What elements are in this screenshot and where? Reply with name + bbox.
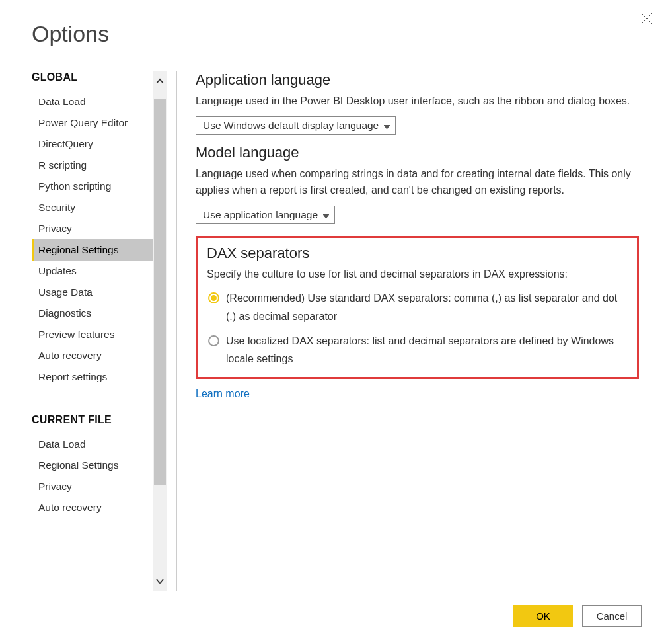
sidebar-item-auto-recovery[interactable]: Auto recovery: [32, 345, 153, 366]
chevron-down-icon: [155, 578, 165, 584]
caret-down-icon: [323, 209, 329, 221]
sidebar-item-preview-features[interactable]: Preview features: [32, 324, 153, 345]
sidebar-scrollbar[interactable]: [153, 71, 167, 591]
sidebar-item-report-settings[interactable]: Report settings: [32, 366, 153, 387]
dialog-footer: OK Cancel: [513, 605, 642, 627]
sidebar-item-directquery[interactable]: DirectQuery: [32, 134, 153, 155]
dax-separators-highlight: DAX separators Specify the culture to us…: [196, 236, 639, 379]
radio-icon: [208, 335, 219, 346]
sidebar-item-python-scripting[interactable]: Python scripting: [32, 176, 153, 197]
sidebar-item-security[interactable]: Security: [32, 197, 153, 218]
app-language-dropdown[interactable]: Use Windows default display language: [196, 116, 396, 135]
svg-marker-3: [323, 214, 329, 218]
dax-radio-recommended-label: (Recommended) Use standard DAX separator…: [226, 289, 628, 325]
close-button[interactable]: [639, 11, 655, 26]
sidebar-header-global: GLOBAL: [32, 71, 153, 83]
cancel-button[interactable]: Cancel: [582, 605, 642, 627]
sidebar-item-cf-auto-recovery[interactable]: Auto recovery: [32, 497, 153, 518]
model-language-heading: Model language: [196, 144, 639, 161]
app-language-heading: Application language: [196, 71, 639, 89]
sidebar-item-power-query-editor[interactable]: Power Query Editor: [32, 112, 153, 134]
scroll-up-button[interactable]: [153, 71, 167, 91]
app-language-value: Use Windows default display language: [203, 120, 379, 132]
sidebar-item-updates[interactable]: Updates: [32, 261, 153, 282]
app-language-desc: Language used in the Power BI Desktop us…: [196, 93, 639, 110]
dax-separators-heading: DAX separators: [207, 245, 628, 262]
sidebar-item-diagnostics[interactable]: Diagnostics: [32, 303, 153, 324]
svg-marker-2: [384, 125, 390, 129]
model-language-desc: Language used when comparing strings in …: [196, 165, 639, 199]
sidebar-item-regional-settings[interactable]: Regional Settings: [32, 239, 153, 261]
scroll-thumb[interactable]: [154, 99, 166, 485]
sidebar-header-current-file: CURRENT FILE: [32, 414, 153, 426]
sidebar-item-data-load[interactable]: Data Load: [32, 91, 153, 112]
radio-icon: [208, 292, 219, 303]
close-icon: [641, 13, 653, 24]
dax-radio-recommended[interactable]: (Recommended) Use standard DAX separator…: [207, 289, 628, 325]
model-language-value: Use application language: [203, 209, 318, 221]
chevron-up-icon: [155, 78, 165, 85]
ok-button[interactable]: OK: [513, 605, 573, 627]
dax-radio-localized-label: Use localized DAX separators: list and d…: [226, 332, 628, 368]
scroll-down-button[interactable]: [153, 571, 167, 591]
main-panel: Application language Language used in th…: [177, 71, 642, 591]
learn-more-link[interactable]: Learn more: [196, 388, 250, 400]
sidebar-item-cf-regional-settings[interactable]: Regional Settings: [32, 455, 153, 476]
caret-down-icon: [384, 120, 390, 132]
dax-separators-desc: Specify the culture to use for list and …: [207, 266, 628, 283]
dialog-title: Options: [0, 0, 668, 47]
model-language-dropdown[interactable]: Use application language: [196, 206, 335, 224]
sidebar-item-privacy[interactable]: Privacy: [32, 218, 153, 239]
sidebar-item-cf-data-load[interactable]: Data Load: [32, 434, 153, 455]
sidebar-item-r-scripting[interactable]: R scripting: [32, 155, 153, 176]
sidebar-item-cf-privacy[interactable]: Privacy: [32, 476, 153, 497]
sidebar-item-usage-data[interactable]: Usage Data: [32, 282, 153, 303]
sidebar: GLOBAL Data Load Power Query Editor Dire…: [32, 71, 153, 591]
dax-radio-localized[interactable]: Use localized DAX separators: list and d…: [207, 332, 628, 368]
